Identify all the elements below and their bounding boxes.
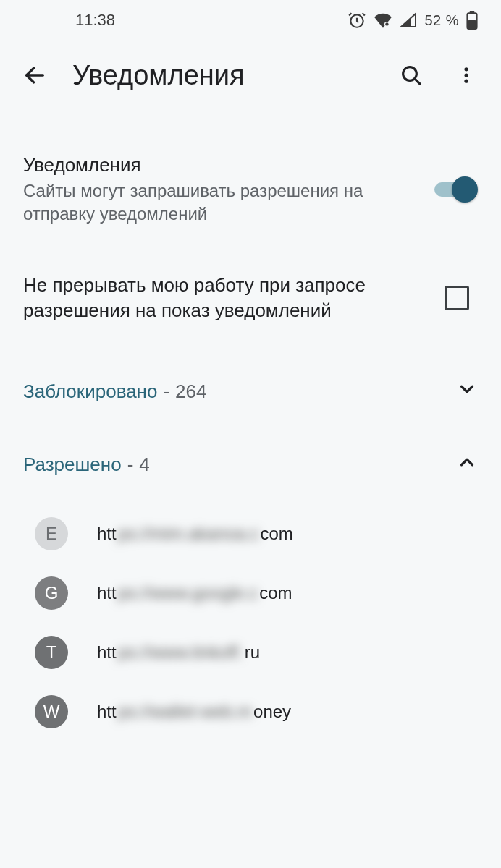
site-item[interactable]: Whttps://wallet-web.money	[0, 682, 501, 741]
site-item[interactable]: Ghttps://www.google.ccom	[0, 563, 501, 623]
overflow-menu-button[interactable]	[449, 58, 484, 93]
svg-point-9	[464, 80, 468, 83]
site-url: https://mim.akanoa.ccom	[97, 524, 478, 544]
back-button[interactable]	[17, 58, 52, 93]
quiet-notifications-checkbox[interactable]	[445, 286, 469, 310]
allowed-label: Разрешено	[23, 454, 122, 476]
site-avatar: W	[35, 695, 68, 728]
search-button[interactable]	[394, 58, 429, 93]
svg-point-7	[464, 67, 468, 71]
notifications-title: Уведомления	[23, 153, 420, 178]
site-item[interactable]: Thttps://www.tinkoff.ru	[0, 623, 501, 682]
battery-icon	[466, 11, 478, 30]
site-avatar: E	[35, 517, 68, 550]
site-url: https://wallet-web.money	[97, 702, 478, 722]
blocked-label: Заблокировано	[23, 380, 157, 403]
status-time: 11:38	[75, 11, 115, 30]
allowed-count: 4	[139, 454, 149, 476]
svg-rect-5	[468, 20, 477, 29]
blocked-section-header[interactable]: Заблокировано - 264	[0, 359, 501, 424]
allowed-section-header[interactable]: Разрешено - 4	[0, 433, 501, 497]
svg-point-2	[386, 22, 389, 25]
chevron-up-icon	[456, 451, 478, 478]
site-item[interactable]: Ehttps://mim.akanoa.ccom	[0, 504, 501, 563]
site-avatar: T	[35, 636, 68, 669]
site-url: https://www.google.ccom	[97, 583, 478, 603]
battery-percent: 52 %	[424, 12, 459, 29]
notifications-toggle-row[interactable]: Уведомления Сайты могут запрашивать разр…	[0, 136, 501, 244]
alarm-icon	[348, 11, 366, 30]
site-url: https://www.tinkoff.ru	[97, 642, 478, 663]
signal-icon	[400, 12, 417, 28]
quiet-notifications-title: Не прерывать мою работу при запросе разр…	[23, 273, 433, 323]
status-icons: 52 %	[348, 11, 478, 30]
site-avatar: G	[35, 576, 68, 610]
chevron-down-icon	[456, 378, 478, 405]
status-bar: 11:38 52 %	[0, 0, 501, 41]
wifi-icon	[374, 12, 392, 28]
quiet-notifications-row[interactable]: Не прерывать мою работу при запросе разр…	[0, 255, 501, 341]
notifications-switch[interactable]	[431, 175, 478, 204]
allowed-sites-list: Ehttps://mim.akanoa.ccomGhttps://www.goo…	[0, 504, 501, 741]
blocked-count: 264	[175, 380, 206, 403]
notifications-subtitle: Сайты могут запрашивать разрешения на от…	[23, 179, 420, 226]
app-bar: Уведомления	[0, 41, 501, 110]
page-title: Уведомления	[72, 60, 374, 91]
svg-point-8	[464, 73, 468, 77]
